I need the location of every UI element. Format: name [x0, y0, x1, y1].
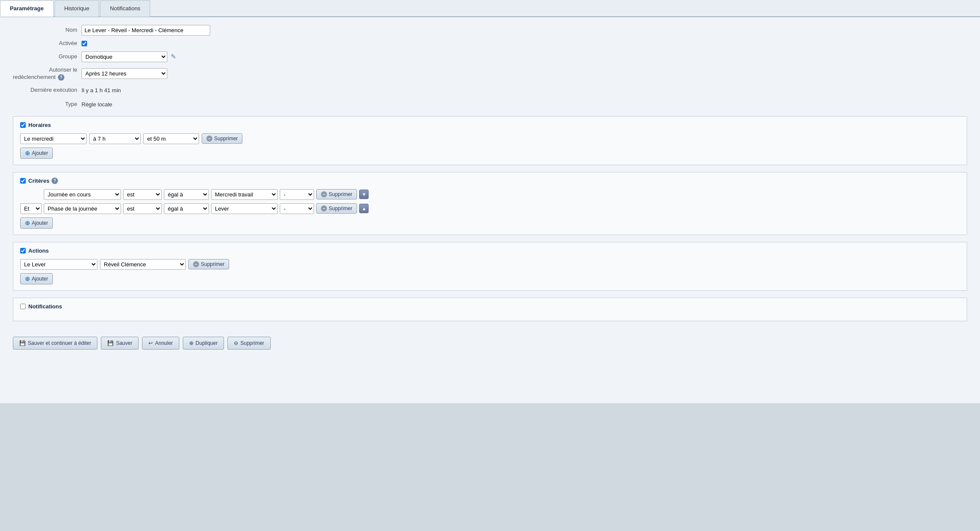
autoriser-help-icon[interactable]: ?	[58, 74, 64, 81]
criteres-plus-icon: ⊕	[25, 220, 30, 226]
actions-action2-select[interactable]: Réveil Clémence	[100, 259, 186, 270]
criteres-val2-1[interactable]: -	[280, 189, 314, 200]
save-continue-icon: 💾	[19, 340, 26, 346]
actions-plus-icon: ⊕	[25, 275, 30, 282]
delete-button[interactable]: ⊖ Supprimer	[227, 337, 270, 350]
delete-icon: ⊖	[234, 340, 238, 346]
horaires-header: Horaires	[20, 122, 960, 128]
actions-supprimer-btn[interactable]: − Supprimer	[188, 259, 229, 269]
derniere-exec-row: Dernière exécution Il y a 1 h 41 min	[13, 85, 967, 95]
criteres-field-2[interactable]: Phase de la journée	[44, 203, 121, 214]
activee-label: Activée	[13, 40, 82, 47]
type-row: Type Règle locale	[13, 100, 967, 109]
criteres-header: Critères ?	[20, 178, 960, 184]
criteres-help-icon[interactable]: ?	[51, 178, 58, 184]
criteres-up-arrow-2[interactable]: ▲	[359, 204, 369, 213]
type-label: Type	[13, 101, 82, 108]
autoriser-label2: redéclenchement ?	[13, 74, 77, 81]
criteres-ajouter-btn[interactable]: ⊕ Ajouter	[20, 217, 53, 229]
groupe-label: Groupe	[13, 53, 82, 60]
activee-row: Activée	[13, 40, 967, 47]
horaires-section: Horaires Le mercredi à 7 h et 50 m − Sup…	[13, 116, 967, 165]
actions-ajouter-btn[interactable]: ⊕ Ajouter	[20, 273, 53, 284]
nom-input[interactable]	[82, 25, 210, 36]
criteres-down-arrow-1[interactable]: ▼	[359, 190, 369, 199]
horaires-minus-icon: −	[206, 136, 212, 142]
duplicate-button[interactable]: ⊕ Dupliquer	[183, 337, 224, 350]
criteres-val1-2[interactable]: Lever	[211, 203, 278, 214]
actions-row: Le Lever Réveil Clémence − Supprimer	[20, 259, 960, 270]
criteres-field-1[interactable]: Journée en cours	[44, 189, 121, 200]
save-icon: 💾	[107, 340, 114, 346]
actions-minus-icon: −	[193, 261, 199, 267]
activee-checkbox[interactable]	[82, 41, 87, 46]
tab-bar: Paramétrage Historique Notifications	[0, 0, 980, 17]
horaires-label: Horaires	[28, 122, 51, 128]
criteres-supprimer-1-btn[interactable]: − Supprimer	[316, 189, 357, 199]
actions-label: Actions	[28, 247, 49, 254]
notif-label: Notifications	[28, 303, 62, 310]
horaires-day-select[interactable]: Le mercredi	[20, 133, 87, 144]
footer-buttons: 💾 Sauver et continuer à éditer 💾 Sauver …	[13, 331, 967, 350]
horaires-ajouter-btn[interactable]: ⊕ Ajouter	[20, 148, 53, 159]
save-button[interactable]: 💾 Sauver	[101, 337, 139, 350]
tab-notifications[interactable]: Notifications	[100, 0, 150, 17]
horaires-hour-select[interactable]: à 7 h	[89, 133, 141, 144]
groupe-edit-icon[interactable]: ✎	[171, 53, 176, 60]
groupe-select[interactable]: Domotique	[82, 51, 167, 62]
horaires-row: Le mercredi à 7 h et 50 m − Supprimer	[20, 133, 960, 144]
criteres-prefix-2[interactable]: Et	[20, 203, 42, 214]
criteres-op1-1[interactable]: est	[123, 189, 162, 200]
criteres-val2-2[interactable]: -	[280, 203, 314, 214]
criteres-op2-2[interactable]: égal à	[164, 203, 209, 214]
derniere-exec-label: Dernière exécution	[13, 87, 82, 94]
main-content: Nom Activée Groupe Domotique ✎ Autoriser…	[0, 17, 980, 403]
horaires-checkbox[interactable]	[20, 122, 26, 128]
criteres-minus-1-icon: −	[321, 191, 327, 197]
notif-section: Notifications	[13, 298, 967, 321]
nom-row: Nom	[13, 25, 967, 36]
horaires-supprimer-btn[interactable]: − Supprimer	[202, 133, 242, 144]
actions-header: Actions	[20, 247, 960, 254]
criteres-section: Critères ? Journée en cours est égal à M…	[13, 172, 967, 235]
tab-parametrage[interactable]: Paramétrage	[0, 0, 54, 17]
actions-action1-select[interactable]: Le Lever	[20, 259, 97, 270]
type-value: Règle locale	[82, 100, 112, 109]
horaires-min-select[interactable]: et 50 m	[143, 133, 199, 144]
actions-section: Actions Le Lever Réveil Clémence − Suppr…	[13, 242, 967, 291]
cancel-icon: ↩	[148, 340, 153, 346]
tab-historique[interactable]: Historique	[54, 0, 100, 17]
notif-checkbox[interactable]	[20, 304, 26, 309]
save-continue-button[interactable]: 💾 Sauver et continuer à éditer	[13, 337, 97, 350]
nom-label: Nom	[13, 27, 82, 34]
derniere-exec-value: Il y a 1 h 41 min	[82, 85, 121, 95]
autoriser-label: Autoriser le redéclenchement ?	[13, 66, 82, 81]
criteres-row-1: Journée en cours est égal à Mercredi tra…	[20, 189, 960, 200]
autoriser-row: Autoriser le redéclenchement ? Après 12 …	[13, 66, 967, 81]
criteres-checkbox[interactable]	[20, 178, 26, 184]
actions-checkbox[interactable]	[20, 248, 26, 253]
criteres-supprimer-2-btn[interactable]: − Supprimer	[316, 203, 357, 214]
groupe-row: Groupe Domotique ✎	[13, 51, 967, 62]
criteres-op2-1[interactable]: égal à	[164, 189, 209, 200]
horaires-plus-icon: ⊕	[25, 150, 30, 157]
notif-header: Notifications	[20, 303, 960, 310]
criteres-op1-2[interactable]: est	[123, 203, 162, 214]
cancel-button[interactable]: ↩ Annuler	[142, 337, 179, 350]
criteres-label: Critères	[28, 178, 49, 184]
criteres-val1-1[interactable]: Mercredi travail	[211, 189, 278, 200]
criteres-minus-2-icon: −	[321, 205, 327, 211]
autoriser-select[interactable]: Après 12 heures	[82, 68, 167, 79]
duplicate-icon: ⊕	[189, 340, 194, 346]
criteres-row-2: Et Phase de la journée est égal à Lever …	[20, 203, 960, 214]
